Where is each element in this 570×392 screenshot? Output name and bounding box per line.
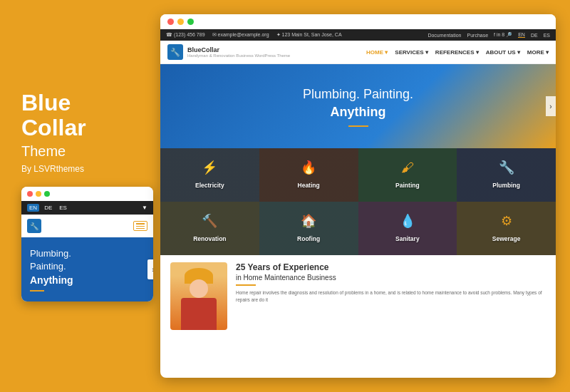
- service-icon-electricity: ⚡: [195, 160, 224, 175]
- service-card-sanitary[interactable]: 💧Sanitary: [358, 202, 457, 255]
- mobile-hero-underline: [30, 290, 44, 292]
- mobile-nav: 🔧: [21, 215, 153, 237]
- mobile-hero-text: Plumbing. Painting. Anything: [30, 247, 145, 287]
- service-icon-renovation: 🔨: [193, 213, 226, 229]
- services-grid: ⚡Electricity🔥Heating🖌Painting🔧Plumbing🔨R…: [160, 148, 556, 255]
- service-content-renovation: 🔨Renovation: [193, 213, 226, 244]
- top-info-left: ☎ (123) 456 789 ✉ example@example.org ✦ …: [166, 32, 342, 38]
- service-label-sanitary: Sanitary: [395, 235, 420, 242]
- lang-dropdown-icon[interactable]: ▼: [142, 205, 147, 211]
- service-card-roofing[interactable]: 🏠Roofing: [259, 202, 358, 255]
- hero-next-arrow[interactable]: ›: [546, 96, 556, 116]
- browser-dot-yellow: [177, 19, 184, 25]
- nav-logo-desc: Handyman & Renovation Business WordPress…: [187, 53, 290, 58]
- mobile-lang-bar: EN DE ES ▼: [21, 201, 153, 215]
- brand-title: Blue Collar: [21, 91, 150, 140]
- mobile-lang-tabs: EN DE ES: [27, 204, 69, 212]
- address-info: ✦ 123 Main St, San Jose, CA: [276, 32, 342, 38]
- worker-body: [181, 298, 217, 330]
- mobile-logo-icon: 🔧: [27, 219, 41, 233]
- browser-mockup: ☎ (123) 456 789 ✉ example@example.org ✦ …: [160, 14, 556, 378]
- service-label-painting: Painting: [395, 182, 420, 189]
- nav-home[interactable]: HOME ▾: [366, 49, 388, 56]
- worker-face: [190, 279, 208, 298]
- browser-nav: 🔧 BlueCollar Handyman & Renovation Busin…: [160, 41, 556, 64]
- service-icon-sewerage: ⚙: [492, 213, 521, 229]
- left-panel: Blue Collar Theme By LSVRthemes EN DE ES…: [14, 91, 150, 301]
- menu-line-2: [136, 226, 145, 227]
- brand-subtitle: Theme: [21, 143, 150, 160]
- service-card-electricity[interactable]: ⚡Electricity: [160, 148, 259, 202]
- service-label-electricity: Electricity: [195, 182, 224, 189]
- mobile-top-bar: [21, 187, 153, 201]
- service-card-painting[interactable]: 🖌Painting: [358, 148, 457, 202]
- social-icons: f in 8 🔎: [494, 32, 512, 38]
- nav-logo-area: 🔧 BlueCollar Handyman & Renovation Busin…: [167, 44, 290, 60]
- service-label-sewerage: Sewerage: [492, 235, 521, 242]
- hero-text: Plumbing. Painting. Anything: [175, 86, 542, 121]
- lang-en[interactable]: EN: [27, 204, 39, 212]
- hero-underline: [348, 125, 368, 127]
- exp-underline: [236, 284, 256, 286]
- phone-info: ☎ (123) 456 789: [166, 32, 205, 38]
- nav-logo-text: BlueCollar Handyman & Renovation Busines…: [187, 46, 290, 58]
- nav-about[interactable]: ABOUT US ▾: [486, 49, 520, 56]
- service-icon-roofing: 🏠: [297, 213, 320, 229]
- service-label-heating: Heating: [298, 182, 320, 189]
- browser-dot-red: [167, 19, 174, 25]
- service-icon-plumbing: 🔧: [492, 160, 520, 175]
- lang-es[interactable]: ES: [57, 204, 69, 212]
- experience-text: 25 Years of Experience in Home Maintenan…: [236, 262, 546, 303]
- top-info-right: Documentation Purchase f in 8 🔎 EN DE ES: [428, 32, 550, 38]
- nav-logo-icon: 🔧: [167, 44, 183, 60]
- browser-chrome-bar: [160, 14, 556, 29]
- nav-services[interactable]: SERVICES ▾: [395, 49, 428, 56]
- service-label-renovation: Renovation: [193, 235, 226, 242]
- service-icon-heating: 🔥: [298, 160, 320, 175]
- doc-link[interactable]: Documentation: [428, 33, 461, 38]
- bottom-section: 25 Years of Experience in Home Maintenan…: [160, 255, 556, 337]
- service-content-sewerage: ⚙Sewerage: [492, 213, 521, 244]
- service-card-plumbing[interactable]: 🔧Plumbing: [457, 148, 556, 202]
- worker-image: [170, 262, 227, 330]
- brand-by: By LSVRthemes: [21, 164, 150, 174]
- mobile-hero: Plumbing. Painting. Anything ›: [21, 237, 153, 301]
- service-card-heating[interactable]: 🔥Heating: [259, 148, 358, 202]
- mobile-next-arrow[interactable]: ›: [147, 259, 153, 279]
- dot-yellow: [36, 191, 41, 197]
- mobile-mockup: EN DE ES ▼ 🔧 Plumbing. Painting. Anythin…: [21, 187, 153, 301]
- menu-line-3: [136, 228, 145, 229]
- hero-section: Plumbing. Painting. Anything ›: [160, 64, 556, 148]
- lang-es-top[interactable]: ES: [544, 33, 550, 38]
- menu-line-1: [136, 223, 145, 224]
- service-content-heating: 🔥Heating: [298, 160, 320, 190]
- exp-description: Home repair involves the diagnosis and r…: [236, 289, 546, 304]
- service-card-renovation[interactable]: 🔨Renovation: [160, 202, 259, 255]
- dot-green: [44, 191, 50, 197]
- exp-title: 25 Years of Experience: [236, 262, 546, 274]
- service-label-plumbing: Plumbing: [492, 182, 520, 189]
- service-label-roofing: Roofing: [297, 235, 320, 242]
- lang-de[interactable]: DE: [42, 204, 54, 212]
- nav-references[interactable]: REFERENCES ▾: [435, 49, 479, 56]
- nav-more[interactable]: MORE ▾: [527, 49, 549, 56]
- mobile-hamburger-icon[interactable]: [133, 221, 147, 231]
- nav-menu: HOME ▾ SERVICES ▾ REFERENCES ▾ ABOUT US …: [366, 49, 549, 56]
- exp-subtitle: in Home Maintenance Business: [236, 274, 546, 282]
- service-content-roofing: 🏠Roofing: [297, 213, 320, 244]
- purchase-link[interactable]: Purchase: [467, 33, 488, 38]
- service-content-electricity: ⚡Electricity: [195, 160, 224, 190]
- service-icon-painting: 🖌: [395, 160, 420, 175]
- service-icon-sanitary: 💧: [395, 213, 420, 229]
- service-content-painting: 🖌Painting: [395, 160, 420, 190]
- email-info: ✉ example@example.org: [212, 32, 269, 38]
- service-content-sanitary: 💧Sanitary: [395, 213, 420, 244]
- service-card-sewerage[interactable]: ⚙Sewerage: [457, 202, 556, 255]
- nav-logo-name: BlueCollar: [187, 46, 290, 53]
- dot-red: [27, 191, 33, 197]
- lang-en-top[interactable]: EN: [518, 32, 525, 38]
- lang-de-top[interactable]: DE: [531, 33, 538, 38]
- top-info-bar: ☎ (123) 456 789 ✉ example@example.org ✦ …: [160, 29, 556, 41]
- service-content-plumbing: 🔧Plumbing: [492, 160, 520, 190]
- browser-dot-green: [187, 19, 194, 25]
